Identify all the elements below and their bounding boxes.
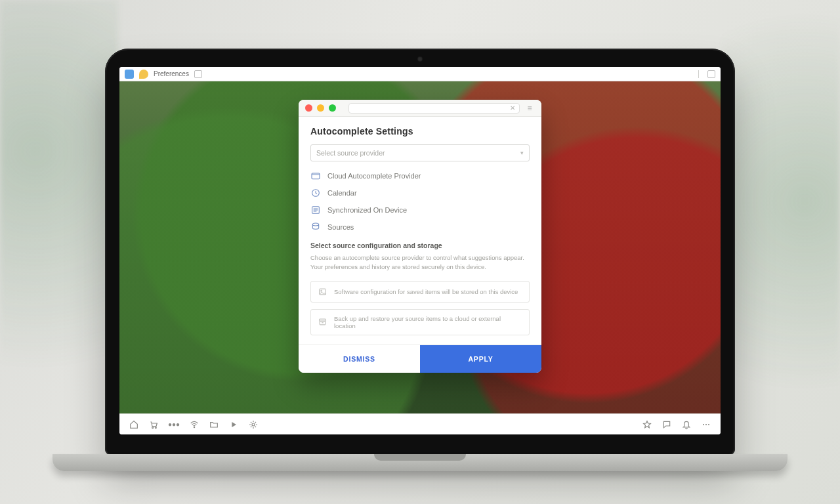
provider-select[interactable]: Select source provider ▾ <box>310 144 530 161</box>
storage-row-backup[interactable]: Back up and restore your source items to… <box>310 309 530 335</box>
os-window-icon <box>194 70 202 78</box>
storage-row-local[interactable]: Software configuration for saved items w… <box>310 281 530 303</box>
dismiss-button-label: DISMISS <box>343 355 375 363</box>
svg-rect-0 <box>312 173 320 179</box>
svg-point-9 <box>155 427 156 428</box>
option-list: Cloud autocomplete provider Calendar Syn… <box>310 171 530 232</box>
wifi-icon[interactable] <box>189 419 200 430</box>
taskbar: ●●● <box>119 413 721 434</box>
storage-row-label: Software configuration for saved items w… <box>334 288 518 295</box>
database-icon <box>310 222 321 232</box>
laptop-frame: Preferences ✕ ≡ Autocomplete Set <box>105 49 735 455</box>
os-menubar: Preferences <box>119 67 721 81</box>
os-app-icon <box>125 70 134 79</box>
option-label: Synchronized on device <box>327 206 407 214</box>
option-label: Sources <box>327 223 354 231</box>
svg-point-14 <box>708 423 709 425</box>
settings-icon[interactable] <box>248 419 259 430</box>
laptop-base <box>52 454 788 471</box>
close-icon[interactable] <box>305 104 312 112</box>
shield-icon <box>139 70 148 79</box>
dialog-title: Autocomplete Settings <box>310 126 530 136</box>
option-label: Cloud autocomplete provider <box>327 172 421 180</box>
option-sources[interactable]: Sources <box>310 222 530 232</box>
svg-point-12 <box>703 423 704 425</box>
option-synced[interactable]: Synchronized on device <box>310 205 530 215</box>
apply-button-label: APPLY <box>468 355 493 363</box>
os-app-label: Preferences <box>154 70 189 77</box>
apply-button[interactable]: APPLY <box>420 345 541 373</box>
play-icon[interactable] <box>228 419 239 430</box>
section-description: Choose an autocomplete source provider t… <box>310 253 530 272</box>
provider-select-placeholder: Select source provider <box>316 149 385 157</box>
folder-icon[interactable] <box>209 419 219 430</box>
minimize-icon[interactable] <box>317 104 324 112</box>
camera-dot <box>417 56 423 62</box>
cart-icon[interactable] <box>148 419 159 430</box>
list-icon <box>310 205 321 215</box>
svg-point-8 <box>152 427 154 428</box>
storage-row-label: Back up and restore your source items to… <box>334 315 522 329</box>
zoom-icon[interactable] <box>329 104 336 112</box>
settings-dialog: ✕ ≡ Autocomplete Settings Select source … <box>299 100 541 373</box>
option-cloud-provider[interactable]: Cloud autocomplete provider <box>310 171 530 181</box>
option-calendar[interactable]: Calendar <box>310 188 530 198</box>
more-icon[interactable] <box>701 419 711 430</box>
dismiss-button[interactable]: DISMISS <box>299 345 420 373</box>
clock-icon <box>310 188 321 198</box>
dialog-titlebar: ✕ ≡ <box>299 100 541 117</box>
svg-point-3 <box>312 223 318 226</box>
clear-icon[interactable]: ✕ <box>510 104 515 112</box>
folder-icon <box>310 171 321 181</box>
screen: Preferences ✕ ≡ Autocomplete Set <box>119 67 721 434</box>
chat-icon[interactable] <box>662 419 672 430</box>
os-tray-icon[interactable] <box>707 70 715 78</box>
chevron-down-icon: ▾ <box>520 150 524 156</box>
taskbar-label-network[interactable]: ●●● <box>168 421 180 428</box>
svg-point-13 <box>705 423 707 425</box>
section-heading: Select source configuration and storage <box>310 242 530 249</box>
bell-icon[interactable] <box>681 419 692 430</box>
dialog-footer: DISMISS APPLY <box>299 345 541 373</box>
dialog-menu-icon[interactable]: ≡ <box>524 104 535 113</box>
svg-point-5 <box>321 290 322 291</box>
option-label: Calendar <box>327 189 357 197</box>
svg-point-10 <box>194 427 194 427</box>
archive-icon <box>318 317 327 327</box>
star-icon[interactable] <box>642 419 652 430</box>
svg-point-11 <box>252 423 255 426</box>
dialog-address-bar[interactable]: ✕ <box>348 103 520 114</box>
os-divider <box>698 70 702 78</box>
image-icon <box>318 287 327 297</box>
desktop-wallpaper: ✕ ≡ Autocomplete Settings Select source … <box>119 81 721 413</box>
home-icon[interactable] <box>129 419 139 430</box>
